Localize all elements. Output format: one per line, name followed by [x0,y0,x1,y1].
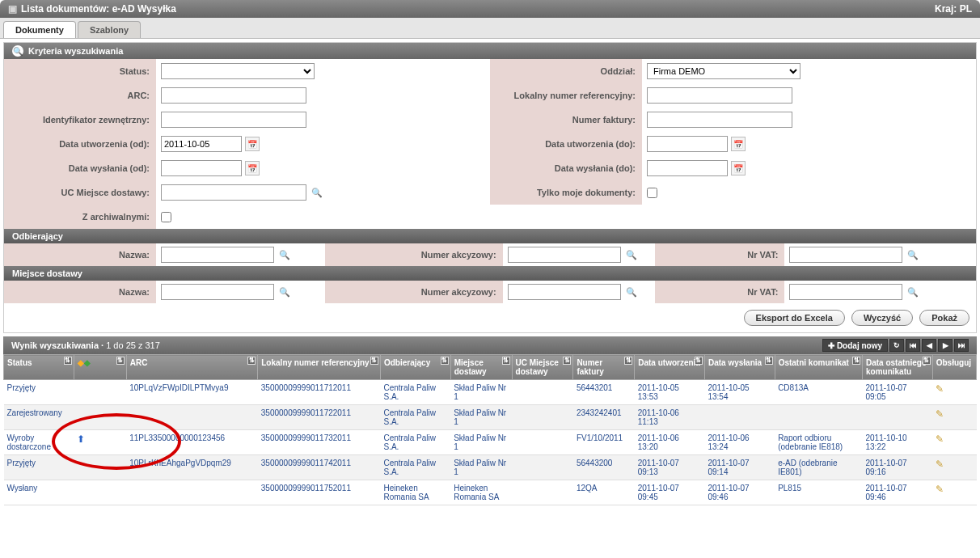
cell-local: 35000009999011722011 [258,405,381,430]
last-page-button[interactable]: ⏭ [954,339,969,352]
recv-excise-input[interactable] [508,247,621,263]
sort-icon[interactable]: ⇅ [852,357,860,365]
cell-msgdate: 2011-10-07 09:46 [863,480,933,505]
cell-manage: ✎ [932,405,976,430]
lookup-icon[interactable]: 🔍 [310,185,324,200]
tab-documents[interactable]: Dokumenty [3,21,76,38]
cell-created: 2011-10-06 13:20 [635,430,705,455]
recv-name-input[interactable] [161,247,274,263]
label-created-from: Data utworzenia (od): [4,132,156,156]
label-deliv-excise: Numer akcyzowy: [325,281,503,303]
cell-msg: Raport odbioru (odebranie IE818) [775,430,862,455]
only-mine-checkbox[interactable] [647,188,657,198]
uc-delivery-input[interactable] [161,184,306,201]
edit-icon[interactable]: ✎ [936,459,944,470]
col-created: Data utworzenia⇅ [635,355,705,380]
table-row[interactable]: Wyroby dostarczone⬆11PL33500000000123456… [4,430,977,455]
col-local: Lokalny numer referencyjny⇅ [258,355,381,380]
cell-deliv: Skład Paliw Nr 1 [450,405,512,430]
sort-icon[interactable]: ⇅ [116,357,125,365]
sort-icon[interactable]: ⇅ [923,357,931,365]
sort-icon[interactable]: ⇅ [563,357,571,365]
sent-to-input[interactable] [647,160,728,176]
refresh-button[interactable]: ↻ [889,339,904,352]
created-from-input[interactable] [161,136,242,152]
sort-icon[interactable]: ⇅ [695,357,703,365]
col-icons: ◆◆⇅ [74,355,126,380]
calendar-icon[interactable]: 📅 [245,137,260,151]
show-button[interactable]: Pokaż [919,310,969,326]
add-new-button[interactable]: ✚Dodaj nowy [822,339,888,352]
cell-manage: ✎ [932,455,976,480]
sort-icon[interactable]: ⇅ [370,357,378,365]
edit-icon[interactable]: ✎ [936,484,944,495]
edit-icon[interactable]: ✎ [936,408,944,420]
col-uc: UC Miejsce dostawy⇅ [512,355,573,380]
branch-select[interactable]: Firma DEMO [647,63,800,79]
created-to-input[interactable] [647,136,728,152]
lookup-icon[interactable]: 🔍 [906,285,920,299]
ext-id-input[interactable] [161,112,306,128]
results-range: 1 do 25 z 317 [106,340,160,350]
cell-sent [704,405,775,430]
edit-icon[interactable]: ✎ [936,433,944,445]
first-page-button[interactable]: ⏮ [906,339,920,352]
col-manage: Obsługuj [932,355,976,380]
invoice-input[interactable] [647,112,792,128]
cell-local: 35000009999011732011 [258,430,381,455]
sort-icon[interactable]: ⇅ [502,357,510,365]
lookup-icon[interactable]: 🔍 [624,285,639,299]
edit-icon[interactable]: ✎ [936,383,944,395]
col-arc: ARC⇅ [126,355,258,380]
cell-inv: 56443200 [573,455,635,480]
lookup-icon[interactable]: 🔍 [906,247,920,262]
cell-msgdate: 2011-10-10 13:22 [863,430,933,455]
status-select[interactable] [161,63,315,79]
table-row[interactable]: Wysłany35000009999011752011Heineken Roma… [4,480,977,505]
label-local-ref: Lokalny numer referencyjny: [490,83,642,108]
sent-from-input[interactable] [161,160,242,176]
sort-icon[interactable]: ⇅ [441,357,449,365]
cell-status: Przyjęty [4,455,74,480]
lookup-icon[interactable]: 🔍 [277,285,292,299]
col-sent: Data wysłania⇅ [704,355,775,380]
calendar-icon[interactable]: 📅 [245,161,260,175]
label-recv-name: Nazwa: [4,243,156,266]
label-recv-vat: Nr VAT: [655,243,784,266]
clear-button[interactable]: Wyczyść [851,310,913,326]
label-archive: Z archiwalnymi: [4,205,156,229]
sort-icon[interactable]: ⇅ [624,357,632,365]
cell-uc [512,455,573,480]
criteria-header: 🔍 Kryteria wyszukiwania [4,43,976,59]
prev-page-button[interactable]: ◀ [922,339,936,352]
calendar-icon[interactable]: 📅 [731,137,746,151]
lookup-icon[interactable]: 🔍 [277,247,292,262]
deliv-vat-input[interactable] [789,284,902,300]
cell-icon [74,405,126,430]
results-table: Status⇅ ◆◆⇅ ARC⇅ Lokalny numer referency… [3,354,977,505]
arc-input[interactable] [161,87,306,104]
tab-templates[interactable]: Szablony [78,21,141,38]
cell-recv: Centrala Paliw S.A. [380,380,450,405]
next-page-button[interactable]: ▶ [938,339,953,352]
sort-icon[interactable]: ⇅ [64,357,72,365]
cell-inv: 2343242401 [573,405,635,430]
table-row[interactable]: Przyjęty10PLrKhEAhgaPgVDpqm2935000009999… [4,455,977,480]
table-row[interactable]: Zarejestrowany35000009999011722011Centra… [4,405,977,430]
sort-icon[interactable]: ⇅ [247,357,256,365]
cell-recv: Centrala Paliw S.A. [380,455,450,480]
deliv-excise-input[interactable] [508,284,621,300]
label-sent-to: Data wysłania (do): [490,156,642,180]
recv-vat-input[interactable] [789,247,902,263]
sort-icon[interactable]: ⇅ [765,357,773,365]
cell-deliv: Skład Paliw Nr 1 [450,430,512,455]
lookup-icon[interactable]: 🔍 [624,247,639,262]
archive-checkbox[interactable] [161,212,171,222]
calendar-icon[interactable]: 📅 [731,161,746,175]
table-row[interactable]: Przyjęty10PLqVzFWpIDILPTMvya935000009999… [4,380,977,405]
export-button[interactable]: Eksport do Excela [744,310,845,326]
local-ref-input[interactable] [647,87,792,104]
cell-msg: e-AD (odebranie IE801) [775,455,862,480]
deliv-name-input[interactable] [161,284,274,300]
cell-created: 2011-10-05 13:53 [635,380,705,405]
